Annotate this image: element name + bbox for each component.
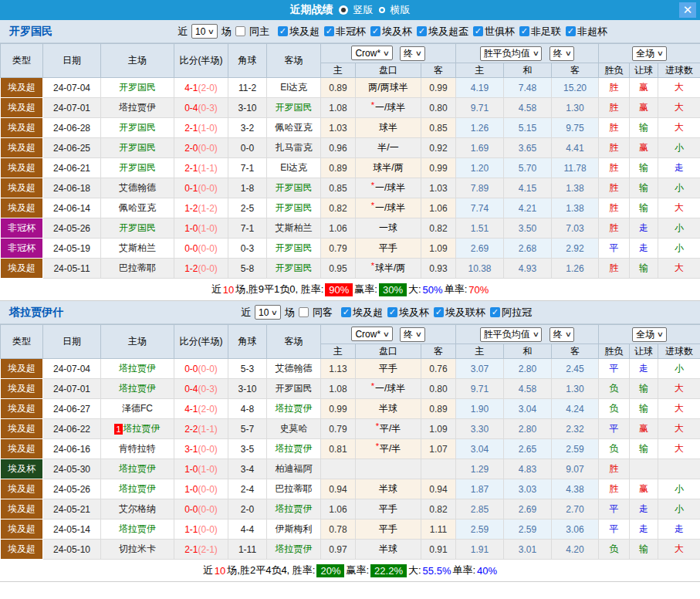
league-label: 世俱杯	[485, 25, 515, 39]
result-goals: 大	[658, 540, 700, 560]
avg-home-odds: 4.19	[456, 78, 504, 98]
avg-home-odds: 2.59	[456, 519, 504, 540]
bookmaker-select[interactable]: Crow*∨	[351, 327, 392, 341]
result-winloss: 胜	[599, 118, 630, 138]
corner-score: 7-1	[228, 158, 267, 178]
matches-table-1: 类型 日期 主场 比分(半场) 角球 客场 Crow*∨ 终∨ 胜平负均值∨ 终…	[0, 43, 700, 279]
odds-stage-select[interactable]: 终∨	[400, 327, 425, 342]
scope-select[interactable]: 全场∨	[632, 327, 667, 342]
match-date: 24-07-04	[43, 78, 101, 98]
away-team: 塔拉贾伊	[267, 540, 321, 560]
avg-stage-select[interactable]: 终∨	[550, 46, 575, 61]
home-team: 塔拉贾伊	[101, 379, 174, 399]
result-winloss: 胜	[599, 218, 630, 239]
result-letball: 输	[630, 439, 658, 459]
league-label: 非足联	[531, 25, 561, 39]
league-label: 阿拉冠	[502, 306, 532, 320]
same-home-checkbox[interactable]	[235, 26, 245, 36]
avg-stage-select[interactable]: 终∨	[550, 327, 575, 342]
bookmaker-select[interactable]: Crow*∨	[351, 46, 392, 60]
corner-score: 3-10	[228, 379, 267, 399]
competition-type: 埃及超	[1, 379, 43, 399]
handicap-odds-away: 0.82	[421, 218, 456, 239]
filter-row-1: 开罗国民 近 10 ∨ 场 同主 ✓埃及超✓非冠杯✓埃及杯✓埃及超盃✓世俱杯✓非…	[0, 20, 700, 43]
league-checkbox[interactable]: ✓	[370, 26, 380, 36]
result-letball: 输	[630, 259, 658, 279]
avg-away-odds: 11.78	[552, 158, 599, 178]
result-winloss: 胜	[599, 479, 630, 499]
league-label: 埃及超	[353, 306, 383, 320]
corner-score: 2-4	[228, 479, 267, 499]
changed-line-star: *	[371, 261, 374, 270]
league-checkbox[interactable]: ✓	[434, 307, 444, 317]
scope-select[interactable]: 全场∨	[632, 46, 667, 61]
match-row: 埃及超24-06-28开罗国民2-1(1-0)3-2佩哈亚克1.03球半0.85…	[1, 118, 700, 138]
handicap-odds-home: 0.89	[321, 78, 356, 98]
col-handicap-away: 客	[421, 344, 456, 359]
avg-draw-odds: 5.15	[504, 118, 552, 138]
match-count-select[interactable]: 10 ∨	[255, 305, 281, 320]
handicap-odds-home: 1.06	[321, 499, 356, 519]
match-count-select[interactable]: 10 ∨	[191, 24, 218, 39]
match-date: 24-05-14	[43, 519, 101, 540]
avg-away-odds: 1.30	[552, 98, 599, 118]
score: 1-0(1-0)	[174, 459, 228, 479]
result-letball: 赢	[630, 98, 658, 118]
result-letball: 输	[630, 379, 658, 399]
league-checkbox[interactable]: ✓	[278, 26, 288, 36]
away-team: El达克	[267, 158, 321, 178]
handicap-odds-away: 0.93	[421, 259, 456, 279]
league-checkbox[interactable]: ✓	[387, 307, 397, 317]
handicap-odds-home: 0.95	[321, 259, 356, 279]
avg-odds-select[interactable]: 胜平负均值∨	[480, 327, 543, 342]
vertical-layout-radio[interactable]	[339, 5, 348, 15]
home-team: 开罗国民	[101, 138, 174, 158]
match-date: 24-05-30	[43, 459, 101, 479]
col-handicap-away: 客	[421, 63, 456, 78]
away-team: 开罗国民	[267, 259, 321, 279]
horizontal-layout-radio[interactable]	[379, 7, 385, 13]
same-away-checkbox[interactable]	[299, 307, 309, 317]
vertical-layout-label[interactable]: 竖版	[353, 3, 374, 17]
league-checkbox[interactable]: ✓	[490, 307, 500, 317]
avg-odds-select[interactable]: 胜平负均值∨	[480, 46, 543, 61]
corner-score: 3-10	[228, 98, 267, 118]
result-goals: 走	[658, 158, 700, 178]
league-checkbox[interactable]: ✓	[473, 26, 483, 36]
league-checkbox[interactable]: ✓	[341, 307, 351, 317]
result-goals: 大	[658, 118, 700, 138]
match-row: 非冠杯24-05-19艾斯柏兰0-0(0-0)0-3开罗国民0.79平手1.09…	[1, 239, 700, 259]
away-team: 史莫哈	[267, 419, 321, 439]
corner-score: 11-2	[228, 78, 267, 98]
handicap-odds-home: 1.08	[321, 379, 356, 399]
match-date: 24-07-01	[43, 98, 101, 118]
match-row: 埃及超24-06-25开罗国民2-0(0-0)0-0扎马雷克0.96半/一0.9…	[1, 138, 700, 158]
score: 1-0(1-0)	[174, 218, 228, 239]
col-away: 客场	[267, 325, 321, 359]
handicap-odds-away: 1.09	[421, 239, 456, 259]
handicap-odds-home: 1.13	[321, 359, 356, 379]
horizontal-layout-label[interactable]: 横版	[391, 3, 411, 17]
league-checkbox[interactable]: ✓	[417, 26, 427, 36]
big-rate: 55.5%	[423, 565, 451, 577]
odds-stage-select[interactable]: 终∨	[400, 46, 425, 61]
league-label: 埃及超	[289, 25, 320, 39]
result-goals: 小	[658, 359, 700, 379]
league-checkbox[interactable]: ✓	[324, 26, 334, 36]
summary-1: 近10场,胜9平1负0, 胜率: 90% 赢率: 30% 大: 50% 单率: …	[0, 279, 700, 301]
competition-type: 埃及超	[1, 479, 43, 499]
league-checkbox[interactable]: ✓	[519, 26, 529, 36]
dialog-titlebar: 近期战绩 竖版 横版 ✕	[0, 0, 700, 20]
corner-score: 3-4	[228, 459, 267, 479]
handicap-odds-home	[321, 459, 356, 479]
avg-home-odds: 2.85	[456, 499, 504, 519]
competition-type: 埃及超	[1, 499, 43, 519]
result-goals: 大	[658, 259, 700, 279]
close-icon[interactable]: ✕	[679, 2, 696, 18]
score: 0-0(0-0)	[174, 499, 228, 519]
league-checkbox[interactable]: ✓	[566, 26, 576, 36]
match-date: 24-06-22	[43, 419, 101, 439]
match-date: 24-05-10	[43, 540, 101, 560]
competition-type: 埃及超	[1, 419, 43, 439]
avg-away-odds: 9.07	[552, 459, 599, 479]
